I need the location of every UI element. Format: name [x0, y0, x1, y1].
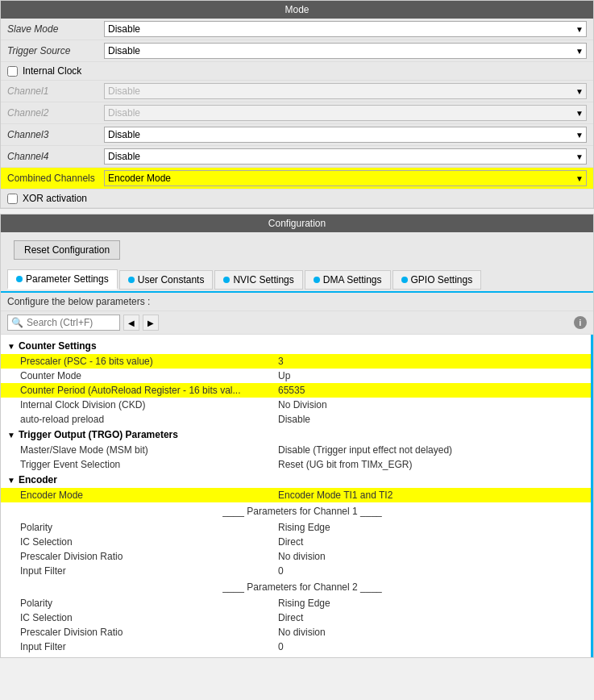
trigger-source-select[interactable]: Disable: [104, 43, 587, 59]
channel2-row: Channel2 Disable ▼: [1, 102, 593, 124]
params-container: ▼ Counter Settings Prescaler (PSC - 16 b…: [1, 335, 593, 657]
trigger-output-arrow: ▼: [7, 431, 15, 440]
next-nav-button[interactable]: ▶: [143, 315, 159, 331]
counter-period-row: Counter Period (AutoReload Register - 16…: [1, 383, 591, 398]
trigger-output-group[interactable]: ▼ Trigger Output (TRGO) Parameters: [1, 427, 591, 443]
encoder-mode-row: Encoder Mode Encoder Mode TI1 and TI2: [1, 488, 591, 502]
channel1-row: Channel1 Disable ▼: [1, 81, 593, 102]
slave-mode-select[interactable]: Disable: [104, 21, 587, 37]
prescaler-row: Prescaler (PSC - 16 bits value) 3: [1, 354, 591, 369]
combined-channels-row: Combined Channels Encoder Mode ▼: [1, 168, 593, 190]
counter-settings-group[interactable]: ▼ Counter Settings: [1, 338, 591, 354]
prescaler-name: Prescaler (PSC - 16 bits value): [20, 356, 278, 367]
ch1-ic-selection-name: IC Selection: [20, 536, 278, 548]
combined-channels-label: Combined Channels: [7, 173, 104, 184]
info-icon: i: [574, 316, 587, 329]
ch2-prescaler-value: No division: [278, 627, 584, 638]
xor-activation-checkbox[interactable]: [7, 194, 18, 204]
channel1-select[interactable]: Disable: [104, 83, 587, 99]
counter-mode-value: Up: [278, 370, 584, 381]
combined-channels-select[interactable]: Encoder Mode: [104, 170, 587, 186]
internal-clock-checkbox[interactable]: [7, 66, 18, 77]
channel2-select-wrapper: Disable ▼: [104, 105, 587, 121]
tab-dot-parameter: [16, 276, 23, 282]
ckd-row: Internal Clock Division (CKD) No Divisio…: [1, 398, 591, 412]
counter-mode-name: Counter Mode: [20, 370, 278, 381]
channel2-select[interactable]: Disable: [104, 105, 587, 121]
channel3-row: Channel3 Disable ▼: [1, 124, 593, 146]
ch2-prescaler-name: Prescaler Division Ratio: [20, 627, 278, 638]
mode-section: Mode Slave Mode Disable ▼ Trigger Source…: [0, 0, 594, 209]
ch1-prescaler-row: Prescaler Division Ratio No division: [1, 549, 591, 564]
encoder-arrow: ▼: [7, 476, 15, 485]
mode-header: Mode: [1, 1, 593, 19]
ch1-polarity-row: Polarity Rising Edge: [1, 520, 591, 535]
tab-user-constants[interactable]: User Constants: [119, 270, 214, 290]
xor-activation-label: XOR activation: [23, 193, 87, 204]
encoder-mode-value: Encoder Mode TI1 and TI2: [278, 490, 584, 501]
trigger-output-label: Trigger Output (TRGO) Parameters: [19, 429, 178, 440]
xor-activation-row: XOR activation: [1, 190, 593, 208]
reset-config-button[interactable]: Reset Configuration: [14, 240, 120, 260]
counter-period-name: Counter Period (AutoReload Register - 16…: [20, 385, 278, 396]
master-slave-name: Master/Slave Mode (MSM bit): [20, 444, 278, 456]
tab-parameter-settings[interactable]: Parameter Settings: [7, 269, 118, 290]
trigger-event-row: Trigger Event Selection Reset (UG bit fr…: [1, 457, 591, 472]
prev-nav-button[interactable]: ◀: [123, 315, 139, 331]
tab-dot-user: [128, 277, 135, 283]
ch1-ic-selection-row: IC Selection Direct: [1, 535, 591, 549]
counter-settings-label: Counter Settings: [19, 340, 97, 352]
ch1-input-filter-value: 0: [278, 565, 584, 577]
encoder-group[interactable]: ▼ Encoder: [1, 472, 591, 488]
tab-dma-settings[interactable]: DMA Settings: [305, 270, 391, 290]
ch1-input-filter-name: Input Filter: [20, 565, 278, 577]
channel3-select[interactable]: Disable: [104, 127, 587, 143]
counter-settings-arrow: ▼: [7, 342, 15, 351]
reset-btn-wrapper: Reset Configuration: [1, 232, 593, 268]
channel1-label: Channel1: [7, 85, 104, 97]
ch2-input-filter-value: 0: [278, 641, 584, 652]
search-icon: 🔍: [11, 317, 23, 328]
ckd-name: Internal Clock Division (CKD): [20, 399, 278, 410]
trigger-source-row: Trigger Source Disable ▼: [1, 40, 593, 62]
ch2-input-filter-name: Input Filter: [20, 641, 278, 652]
ch2-ic-selection-row: IC Selection Direct: [1, 610, 591, 625]
config-title: Configuration: [268, 218, 326, 229]
ch2-input-filter-row: Input Filter 0: [1, 640, 591, 654]
trigger-source-select-wrapper: Disable ▼: [104, 43, 587, 59]
mode-title: Mode: [285, 4, 309, 15]
tab-nvic-settings[interactable]: NVIC Settings: [214, 270, 302, 290]
channel1-select-wrapper: Disable ▼: [104, 83, 587, 99]
encoder-mode-name: Encoder Mode: [20, 490, 278, 501]
ch1-ic-selection-value: Direct: [278, 536, 584, 548]
tab-label-user: User Constants: [138, 274, 205, 285]
tabs-row: Parameter Settings User Constants NVIC S…: [1, 268, 593, 293]
counter-mode-row: Counter Mode Up: [1, 369, 591, 383]
channel4-label: Channel4: [7, 151, 104, 162]
tab-dot-gpio: [401, 277, 408, 283]
ch2-polarity-value: Rising Edge: [278, 598, 584, 609]
slave-mode-label: Slave Mode: [7, 23, 104, 35]
channel3-select-wrapper: Disable ▼: [104, 127, 587, 143]
channel4-row: Channel4 Disable ▼: [1, 146, 593, 168]
search-row: 🔍 ◀ ▶ i: [1, 311, 593, 335]
tab-dot-nvic: [223, 277, 230, 283]
encoder-label: Encoder: [19, 474, 57, 485]
trigger-source-label: Trigger Source: [7, 45, 104, 56]
tab-label-dma: DMA Settings: [323, 274, 382, 285]
combined-channels-select-wrapper: Encoder Mode ▼: [104, 170, 587, 186]
channel4-select[interactable]: Disable: [104, 148, 587, 165]
tab-label-nvic: NVIC Settings: [233, 274, 293, 285]
configure-text: Configure the below parameters :: [1, 293, 593, 311]
channel1-subtitle: ____ Parameters for Channel 1 ____: [1, 502, 591, 520]
config-header: Configuration: [1, 215, 593, 232]
slave-mode-select-wrapper: Disable ▼: [104, 21, 587, 37]
ch1-prescaler-value: No division: [278, 551, 584, 562]
ch2-ic-selection-name: IC Selection: [20, 612, 278, 623]
search-input[interactable]: [27, 317, 116, 328]
ch2-polarity-row: Polarity Rising Edge: [1, 596, 591, 610]
tab-gpio-settings[interactable]: GPIO Settings: [393, 270, 482, 290]
master-slave-value: Disable (Trigger input effect not delaye…: [278, 444, 584, 456]
channel2-label: Channel2: [7, 107, 104, 119]
trigger-event-name: Trigger Event Selection: [20, 459, 278, 470]
